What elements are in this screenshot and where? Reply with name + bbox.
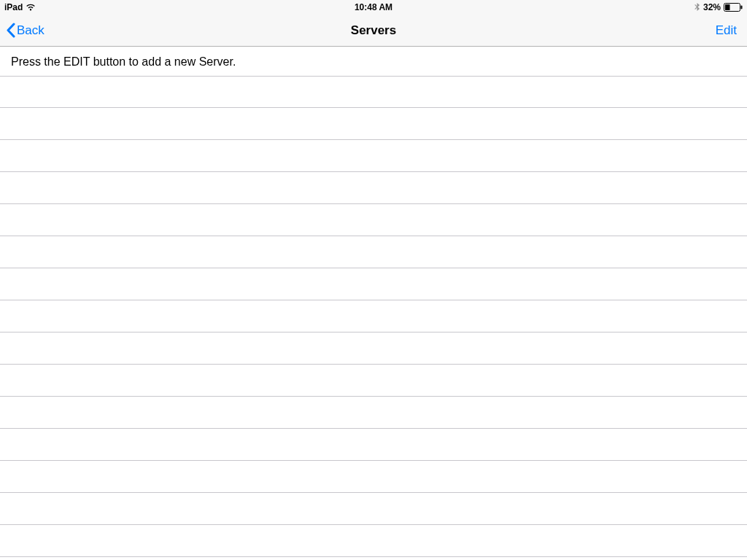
table-row[interactable] — [0, 140, 747, 172]
table-row[interactable] — [0, 76, 747, 108]
row-content — [11, 461, 747, 492]
row-content — [11, 332, 747, 364]
table-row[interactable] — [0, 268, 747, 300]
table-row[interactable] — [0, 332, 747, 365]
row-content — [11, 493, 747, 524]
row-content — [11, 140, 747, 171]
table-row[interactable] — [0, 300, 747, 332]
row-content — [11, 108, 747, 139]
row-content — [11, 236, 747, 268]
chevron-left-icon — [6, 23, 15, 38]
wifi-icon — [26, 4, 36, 11]
battery-icon — [724, 3, 743, 12]
row-content — [11, 172, 747, 203]
status-right: 32% — [694, 2, 743, 12]
table-row[interactable] — [0, 461, 747, 493]
row-content — [11, 204, 747, 236]
table-row[interactable] — [0, 493, 747, 525]
edit-button[interactable]: Edit — [716, 23, 741, 38]
row-content — [11, 397, 747, 428]
instruction-text: Press the EDIT button to add a new Serve… — [0, 47, 747, 76]
table-row[interactable] — [0, 204, 747, 236]
status-bar: iPad 10:48 AM 32% — [0, 0, 747, 15]
device-label: iPad — [4, 2, 23, 12]
battery-pct: 32% — [703, 2, 721, 12]
bluetooth-icon — [694, 3, 700, 12]
nav-title: Servers — [351, 23, 396, 38]
status-time: 10:48 AM — [355, 2, 392, 12]
row-content — [11, 365, 747, 396]
status-left: iPad — [4, 2, 36, 12]
row-content — [11, 268, 747, 300]
back-button[interactable]: Back — [6, 23, 44, 38]
row-content — [11, 525, 747, 556]
row-content — [11, 300, 747, 332]
table-row[interactable] — [0, 172, 747, 204]
table-row[interactable] — [0, 525, 747, 557]
svg-rect-2 — [741, 6, 743, 9]
server-list — [0, 76, 747, 557]
row-content — [11, 429, 747, 460]
nav-bar: Back Servers Edit — [0, 15, 747, 47]
table-row[interactable] — [0, 429, 747, 461]
svg-rect-1 — [725, 4, 730, 10]
back-label: Back — [17, 23, 44, 38]
row-content — [11, 77, 747, 107]
table-row[interactable] — [0, 108, 747, 140]
table-row[interactable] — [0, 397, 747, 429]
table-row[interactable] — [0, 365, 747, 397]
table-row[interactable] — [0, 236, 747, 268]
